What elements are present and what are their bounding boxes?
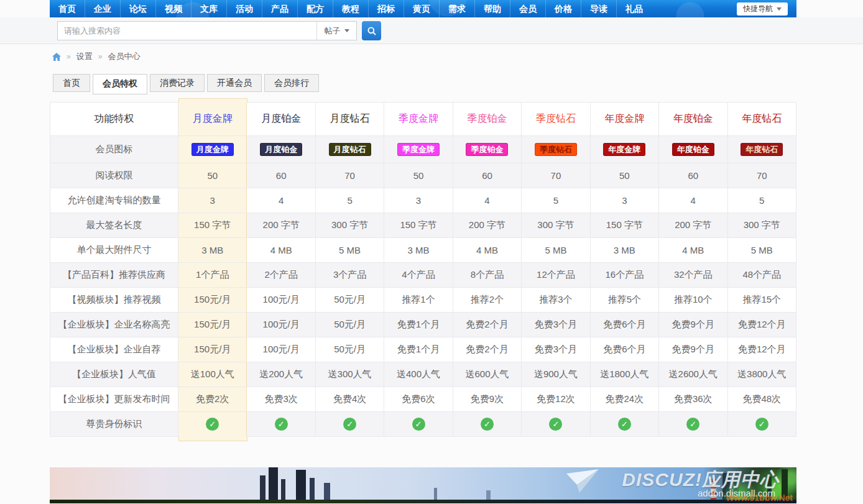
cell: ✓ [727,412,796,437]
row-label: 【企业板块】企业名称高亮 [50,313,178,337]
table-row: 【产品百科】推荐供应商1个产品2个产品3个产品4个产品8个产品12个产品16个产… [50,263,796,288]
member-badge: 季度钻石 [535,143,577,156]
feature-header: 功能特权 [50,103,178,136]
cell: 150 字节 [178,213,247,238]
cell: 300 字节 [522,213,590,238]
cell: 12个产品 [522,263,590,288]
nav-item[interactable]: 活动 [226,0,262,17]
tab-开通会员[interactable]: 开通会员 [207,74,262,92]
member-badge: 年度金牌 [603,143,645,156]
cell: 推荐1个 [384,288,453,313]
paper-plane-icon [566,469,599,495]
nav-item[interactable]: 教程 [333,0,368,17]
nav-item[interactable]: 招标 [368,0,404,17]
cell: 150元/月 [178,337,247,362]
tab-bar: 首页会员特权消费记录开通会员会员排行 [53,74,863,94]
nav-item[interactable]: 产品 [262,0,297,17]
nav-item[interactable]: 礼品 [616,0,652,17]
cell: 2个产品 [247,263,315,288]
cell: 3个产品 [315,263,384,288]
cell: ✓ [315,412,384,437]
cell: ✓ [590,412,658,437]
nav-item[interactable]: 需求 [439,0,474,17]
cell: 100元/月 [247,313,315,337]
table-row: 会员图标月度金牌月度铂金月度钻石季度金牌季度铂金季度钻石年度金牌年度铂金年度钻石 [50,136,796,163]
cell: 推荐15个 [727,288,796,313]
cell: 4 MB [659,238,727,263]
check-icon: ✓ [206,418,219,431]
cell: 月度铂金 [247,136,315,163]
row-label: 【视频板块】推荐视频 [50,288,178,313]
cell: 送1800人气 [590,362,658,387]
tab-会员特权[interactable]: 会员特权 [93,74,147,94]
breadcrumb-member-center[interactable]: 会员中心 [108,51,140,62]
nav-item[interactable]: 配方 [297,0,333,17]
quick-nav-button[interactable]: 快捷导航 [737,2,788,16]
cell: 5 [727,188,796,213]
breadcrumb-settings[interactable]: 设置 [76,51,93,62]
nav-items: 首页企业论坛视频文库活动产品配方教程招标黄页需求帮助会员价格导读礼品 [50,0,652,17]
member-badge: 年度铂金 [672,143,714,156]
tab-消费记录[interactable]: 消费记录 [150,74,205,92]
row-label: 【企业板块】更新发布时间 [50,387,178,412]
cell: 70 [315,163,384,188]
row-label: 单个最大附件尺寸 [50,238,178,263]
member-badge: 年度钻石 [741,143,783,156]
nav-item[interactable]: 视频 [155,0,191,17]
search-button[interactable] [362,21,381,40]
footer-banner-image: DISCUZ!应用中心 addon.dismall.com Www.91bbw.… [50,467,796,503]
tab-首页[interactable]: 首页 [53,74,90,92]
search-scope-select[interactable]: 帖子 [316,22,356,40]
cell: 免费48次 [727,387,796,412]
plan-header: 季度钻石 [522,103,590,136]
nav-item[interactable]: 会员 [510,0,545,17]
cell: 季度金牌 [384,136,453,163]
nav-item[interactable]: 文库 [191,0,226,17]
plan-header: 季度铂金 [453,103,521,136]
row-label: 最大签名长度 [50,213,178,238]
cell: 100元/月 [247,337,315,362]
nav-item[interactable]: 黄页 [404,0,439,17]
tab-会员排行[interactable]: 会员排行 [264,74,319,92]
cell: 5 MB [727,238,796,263]
cell: 150 字节 [384,213,453,238]
home-icon[interactable] [52,53,61,61]
cell: 免费9个月 [659,313,727,337]
nav-item[interactable]: 价格 [545,0,581,17]
nav-item[interactable]: 论坛 [120,0,155,17]
cell: 免费9个月 [659,337,727,362]
row-label: 阅读权限 [50,163,178,188]
cell: ✓ [522,412,590,437]
table-row: 阅读权限506070506070506070 [50,163,796,188]
privilege-table-zone: 功能特权月度金牌月度铂金月度钻石季度金牌季度铂金季度钻石年度金牌年度铂金年度钻石… [50,102,796,437]
cell: 3 MB [384,238,453,263]
cell: 推荐10个 [659,288,727,313]
cell: 免费12个月 [727,313,796,337]
table-row: 单个最大附件尺寸3 MB4 MB5 MB3 MB4 MB5 MB3 MB4 MB… [50,238,796,263]
row-label: 尊贵身份标识 [50,412,178,437]
nav-item[interactable]: 首页 [50,0,85,17]
cell: 免费3次 [247,387,315,412]
check-icon: ✓ [686,418,699,431]
cell: 3 [384,188,453,213]
cell: 免费1个月 [384,337,453,362]
nav-item[interactable]: 帮助 [474,0,510,17]
chevron-down-icon [777,7,782,11]
cell: 5 MB [522,238,590,263]
cell: 50 [178,163,247,188]
search-input[interactable] [58,22,316,40]
cell: 年度金牌 [590,136,658,163]
plan-header-row: 功能特权月度金牌月度铂金月度钻石季度金牌季度铂金季度钻石年度金牌年度铂金年度钻石 [50,103,796,136]
table-row: 允许创建淘专辑的数量345345345 [50,188,796,213]
plan-header: 月度钻石 [315,103,384,136]
row-label: 【产品百科】推荐供应商 [50,263,178,288]
cell: 150元/月 [178,288,247,313]
cell: 150 字节 [590,213,658,238]
check-icon: ✓ [618,418,631,431]
nav-item[interactable]: 企业 [85,0,120,17]
cell: 季度钻石 [522,136,590,163]
cell: 4个产品 [384,263,453,288]
nav-item[interactable]: 导读 [581,0,616,17]
cell: 50元/月 [315,313,384,337]
cell: 48个产品 [727,263,796,288]
